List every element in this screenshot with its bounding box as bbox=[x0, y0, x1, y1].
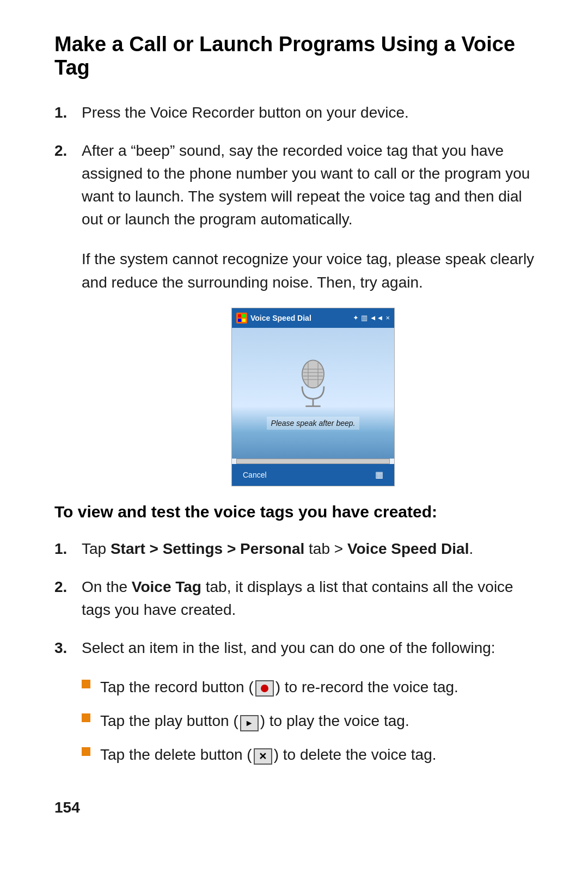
screenshot-container: Voice Speed Dial ✦ ▥ ◄◄ × bbox=[82, 308, 544, 486]
antenna-icon: ✦ bbox=[353, 314, 359, 322]
close-icon[interactable]: × bbox=[385, 314, 390, 322]
delete-x-icon: ✕ bbox=[259, 749, 267, 764]
main-steps-list: 1. Press the Voice Recorder button on yo… bbox=[54, 101, 544, 231]
phone-title-bar: Voice Speed Dial ✦ ▥ ◄◄ × bbox=[232, 308, 394, 328]
phone-title-left: Voice Speed Dial bbox=[236, 313, 311, 323]
subsection-step-1-number: 1. bbox=[54, 538, 82, 560]
svg-rect-3 bbox=[242, 319, 246, 322]
step-1-content: Press the Voice Recorder button on your … bbox=[82, 101, 544, 124]
bullet-delete-content: Tap the delete button (✕) to delete the … bbox=[100, 743, 544, 766]
phone-toolbar: Cancel ▦ bbox=[232, 464, 394, 486]
volume-icon: ◄◄ bbox=[370, 314, 384, 322]
svg-rect-2 bbox=[238, 319, 241, 322]
phone-screenshot: Voice Speed Dial ✦ ▥ ◄◄ × bbox=[231, 308, 395, 486]
step-2: 2. After a “beep” sound, say the recorde… bbox=[54, 139, 544, 231]
play-button-icon: ► bbox=[240, 715, 259, 731]
bullet-items-list: Tap the record button () to re-record th… bbox=[82, 676, 544, 766]
subsection-step-1-content: Tap Start > Settings > Personal tab > Vo… bbox=[82, 538, 544, 560]
note-paragraph: If the system cannot recognize your voic… bbox=[82, 247, 544, 295]
subsection-step-3-number: 3. bbox=[54, 637, 82, 660]
subsection-step-2-content: On the Voice Tag tab, it displays a list… bbox=[82, 576, 544, 621]
step-1: 1. Press the Voice Recorder button on yo… bbox=[54, 101, 544, 124]
phone-cancel-button[interactable]: Cancel bbox=[243, 471, 267, 479]
record-dot-icon bbox=[261, 685, 268, 692]
speak-after-beep-text: Please speak after beep. bbox=[267, 417, 360, 430]
svg-rect-0 bbox=[238, 314, 241, 318]
bullet-play-content: Tap the play button (►) to play the voic… bbox=[100, 710, 544, 732]
bullet-play: Tap the play button (►) to play the voic… bbox=[82, 710, 544, 732]
bullet-delete: Tap the delete button (✕) to delete the … bbox=[82, 743, 544, 766]
phone-status-icons: ✦ ▥ ◄◄ × bbox=[353, 314, 390, 322]
bullet-square-icon bbox=[82, 680, 90, 688]
phone-app-title: Voice Speed Dial bbox=[250, 314, 311, 322]
step-1-number: 1. bbox=[54, 101, 82, 124]
bullet-square-icon bbox=[82, 713, 90, 722]
microphone-icon bbox=[291, 357, 335, 411]
delete-button-icon: ✕ bbox=[254, 748, 272, 765]
bullet-square-icon bbox=[82, 747, 90, 756]
phone-body: Please speak after beep. bbox=[232, 328, 394, 459]
bullet-record: Tap the record button () to re-record th… bbox=[82, 676, 544, 699]
voice-speed-dial-bold: Voice Speed Dial bbox=[347, 540, 469, 557]
subsection-title: To view and test the voice tags you have… bbox=[54, 503, 544, 521]
phone-progress-bar bbox=[236, 459, 390, 464]
subsection-step-1: 1. Tap Start > Settings > Personal tab >… bbox=[54, 538, 544, 560]
step-2-text: After a “beep” sound, say the recorded v… bbox=[82, 142, 530, 228]
svg-point-4 bbox=[302, 360, 324, 388]
subsection-steps-list: 1. Tap Start > Settings > Personal tab >… bbox=[54, 538, 544, 660]
phone-menu-icon[interactable]: ▦ bbox=[375, 469, 383, 480]
signal-icon: ▥ bbox=[361, 314, 367, 322]
subsection-step-2-number: 2. bbox=[54, 576, 82, 599]
record-button-icon bbox=[255, 680, 274, 697]
bullet-record-content: Tap the record button () to re-record th… bbox=[100, 676, 544, 699]
start-settings-personal-bold: Start > Settings > Personal bbox=[111, 540, 304, 557]
subsection-step-3: 3. Select an item in the list, and you c… bbox=[54, 637, 544, 660]
step-2-content: After a “beep” sound, say the recorded v… bbox=[82, 139, 544, 231]
windows-logo-icon bbox=[236, 313, 247, 323]
play-arrow-icon: ► bbox=[245, 717, 254, 730]
voice-tag-bold: Voice Tag bbox=[132, 578, 201, 595]
subsection-step-2: 2. On the Voice Tag tab, it displays a l… bbox=[54, 576, 544, 621]
page-number: 154 bbox=[54, 799, 544, 816]
page-title: Make a Call or Launch Programs Using a V… bbox=[54, 33, 544, 80]
step-2-number: 2. bbox=[54, 139, 82, 162]
svg-rect-1 bbox=[242, 314, 246, 318]
subsection-step-3-content: Select an item in the list, and you can … bbox=[82, 637, 544, 660]
